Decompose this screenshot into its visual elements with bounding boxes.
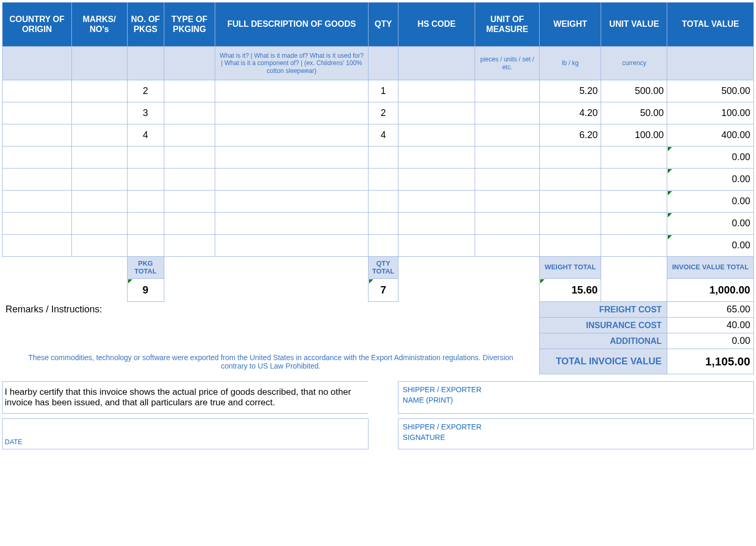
total-invoice-label: TOTAL INVOICE VALUE [540,349,667,374]
subhead-weight: WEIGHT TOTAL [540,257,601,279]
h-weight: WEIGHT [540,3,601,47]
h-country: COUNTRY OF ORIGIN [3,3,72,47]
h-desc: FULL DESCRIPTION OF GOODS [215,3,368,47]
total-invoice: 1,000.00 [667,279,754,302]
additional-label: ADDITIONAL [540,333,667,349]
h-pkgs: NO. OF PKGS [127,3,164,47]
table-row[interactable]: 0.00 [3,213,754,235]
freight-value[interactable]: 65.00 [667,302,754,318]
export-disclaimer: These commodities, technology or softwar… [3,349,540,374]
cell-totalval[interactable]: 500.00 [667,80,754,102]
hint-desc: What is it? | What is it made of? What i… [215,47,368,80]
subhead-pkg: PKG TOTAL [127,257,164,279]
table-row[interactable]: 0.00 [3,191,754,213]
h-uom: UNIT OF MEASURE [475,3,540,47]
subhead-invoice: INVOICE VALUE TOTAL [667,257,754,279]
hint-unitval: currency [601,47,667,80]
header-row: COUNTRY OF ORIGIN MARKS/ NO's NO. OF PKG… [3,3,754,47]
shipper-name-box[interactable]: SHIPPER / EXPORTER NAME (PRINT) [398,382,754,414]
table-row[interactable]: 0.00 [3,235,754,257]
total-qty: 7 [368,279,398,302]
subtotal-head-row: PKG TOTAL QTY TOTAL WEIGHT TOTAL INVOICE… [3,257,754,279]
h-pkging: TYPE OF PKGING [164,3,215,47]
invoice-table: COUNTRY OF ORIGIN MARKS/ NO's NO. OF PKG… [2,2,754,449]
insurance-value[interactable]: 40.00 [667,318,754,333]
cell-qty[interactable]: 1 [368,80,398,102]
h-marks: MARKS/ NO's [71,3,127,47]
remarks-label: Remarks / Instructions: [3,302,540,349]
date-box[interactable]: DATE [3,419,369,449]
subhead-qty: QTY TOTAL [368,257,398,279]
additional-value[interactable]: 0.00 [667,333,754,349]
table-row[interactable]: 2 1 5.20 500.00 500.00 [3,80,754,102]
hint-uom: pieces / units / set / etc. [475,47,540,80]
h-qty: QTY [368,3,398,47]
shipper-signature-box[interactable]: SHIPPER / EXPORTER SIGNATURE [398,419,754,449]
certification-text: I hearby certify that this invoice shows… [3,382,369,414]
table-row[interactable]: 4 4 6.20 100.00 400.00 [3,124,754,146]
total-invoice-value: 1,105.00 [667,349,754,374]
cell-weight[interactable]: 5.20 [540,80,601,102]
cell-pkgs[interactable]: 2 [127,80,164,102]
h-hs: HS CODE [398,3,475,47]
freight-label: FREIGHT COST [540,302,667,318]
cell-unitval[interactable]: 500.00 [601,80,667,102]
table-row[interactable]: 3 2 4.20 50.00 100.00 [3,102,754,124]
insurance-label: INSURANCE COST [540,318,667,333]
hint-weight: lb / kg [540,47,601,80]
table-row[interactable]: 0.00 [3,169,754,191]
table-row[interactable]: 0.00 [3,146,754,169]
h-totalval: TOTAL VALUE [667,3,754,47]
total-pkg: 9 [127,279,164,302]
h-unitval: UNIT VALUE [601,3,667,47]
total-weight: 15.60 [540,279,601,302]
hint-row: What is it? | What is it made of? What i… [3,47,754,80]
